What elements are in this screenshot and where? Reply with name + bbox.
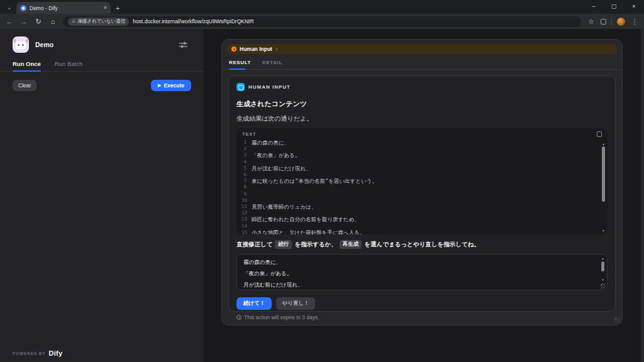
code-line: 14 [242, 223, 596, 229]
result-area: Human Input › RESULT DETAIL HUMAN INPUT … [204, 29, 644, 362]
draft-line: 霧の森の奥に、 [243, 259, 597, 265]
window-close-button[interactable]: × [624, 0, 644, 13]
browser-titlebar: ⌄ Demo - Dify × + – ▢ × [0, 0, 644, 14]
scroll-down-icon[interactable]: ▼ [602, 229, 605, 233]
draft-content: 霧の森の奥に、「夜の泉」がある。月が沈む前にだけ現れ、 [243, 259, 597, 288]
dify-favicon [20, 5, 26, 11]
back-icon[interactable]: ← [5, 18, 14, 25]
scroll-up-icon[interactable]: ▲ [601, 256, 604, 261]
page-scrollbar[interactable] [641, 29, 644, 362]
code-lines[interactable]: 1霧の森の奥に、23「夜の泉」がある。45月が沈む前にだけ現れ、67泉に映ったも… [236, 139, 608, 234]
run-sidebar: Demo Run Once Run Batch Clear ▶ Execute … [0, 29, 204, 362]
edit-textarea[interactable]: 霧の森の奥に、「夜の泉」がある。月が沈む前にだけ現れ、 ▲ ▼ [236, 254, 608, 290]
code-line: 1霧の森の奥に、 [242, 140, 596, 146]
human-input-label: HUMAN INPUT [248, 84, 291, 90]
app-icon [13, 36, 29, 53]
draft-line: 「夜の泉」がある。 [243, 270, 597, 277]
code-scroll-thumb[interactable] [602, 146, 605, 202]
reload-icon[interactable]: ↻ [34, 18, 43, 26]
forward-icon[interactable]: → [19, 18, 28, 25]
result-tabs: RESULT DETAIL [222, 60, 622, 70]
home-icon[interactable]: ⌂ [48, 18, 57, 25]
execute-button[interactable]: ▶ Execute [151, 80, 191, 91]
window-maximize-button[interactable]: ▢ [604, 0, 624, 13]
run-result-panel: Human Input › RESULT DETAIL HUMAN INPUT … [221, 39, 623, 326]
toolbar-divider [611, 18, 612, 25]
bookmark-star-icon[interactable]: ☆ [587, 18, 596, 26]
settings-sliders-icon[interactable] [179, 41, 187, 48]
address-bar[interactable]: ⚠ 保護されていない通信 host.docker.internal/workfl… [63, 16, 581, 27]
redo-button[interactable]: やり直し！ [276, 297, 314, 310]
generated-content-title: 生成されたコンテンツ [236, 99, 608, 109]
human-input-card: HUMAN INPUT 生成されたコンテンツ 生成結果は次の通りだよ。 TEXT… [228, 75, 616, 312]
code-line: 7泉に映ったものは"本当の名前"を思い出すという。 [242, 178, 596, 184]
robot-ear-right [26, 39, 28, 43]
code-line: 10 [242, 197, 596, 204]
generated-content-subtitle: 生成結果は次の通りだよ。 [236, 114, 608, 123]
code-line: 12 [242, 210, 596, 216]
textarea-scroll-thumb[interactable] [601, 261, 604, 272]
browser-toolbar: ← → ↻ ⌂ ⚠ 保護されていない通信 host.docker.interna… [0, 14, 644, 29]
scroll-down-icon[interactable]: ▼ [601, 278, 604, 282]
url-text: host.docker.internal/workflow/zqU9WsRpiD… [133, 18, 253, 25]
panel-resize-handle[interactable] [614, 317, 620, 323]
tab-search-button[interactable]: ⌄ [4, 1, 15, 13]
app-title: Demo [35, 41, 173, 48]
powered-by: POWERED BY Dify [13, 349, 62, 357]
clock-icon [236, 315, 242, 320]
code-scrollbar[interactable]: ▲ ▼ [601, 142, 606, 233]
code-line: 13師匠に奪われた自分の名前を取り戻すため、 [242, 216, 596, 222]
window-minimize-button[interactable]: – [584, 0, 604, 13]
scroll-up-icon[interactable]: ▲ [602, 142, 605, 146]
code-line: 3「夜の泉」がある。 [242, 152, 596, 158]
human-input-icon [236, 83, 245, 91]
clear-button[interactable]: Clear [13, 80, 36, 91]
text-code-block: TEXT 1霧の森の奥に、23「夜の泉」がある。45月が沈む前にだけ現れ、67泉… [236, 128, 608, 234]
code-language-label: TEXT [242, 131, 256, 137]
tab-run-once[interactable]: Run Once [13, 60, 41, 71]
copy-icon[interactable] [597, 131, 602, 137]
tab-result[interactable]: RESULT [229, 60, 251, 69]
chevron-right-icon: › [275, 46, 277, 52]
code-line: 5月が沈む前にだけ現れ、 [242, 165, 596, 172]
code-line: 6 [242, 172, 596, 178]
tab-close-icon[interactable]: × [104, 5, 107, 11]
profile-avatar[interactable] [617, 18, 625, 26]
run-mode-tabs: Run Once Run Batch [0, 60, 204, 72]
code-line: 2 [242, 146, 596, 152]
code-line: 11見習い魔導師のリュカは、 [242, 204, 596, 210]
tab-title: Demo - Dify [30, 5, 101, 11]
regenerate-chip: 再生成 [340, 240, 362, 249]
security-badge[interactable]: ⚠ 保護されていない通信 [68, 18, 129, 26]
node-breadcrumb[interactable]: Human Input › [227, 44, 617, 54]
new-tab-button[interactable]: + [116, 4, 119, 12]
textarea-scrollbar[interactable]: ▲ ▼ [600, 256, 606, 282]
warning-icon: ⚠ [72, 19, 75, 24]
play-icon: ▶ [158, 83, 161, 88]
browser-menu-icon[interactable]: ⋮ [630, 18, 639, 26]
code-line: 4 [242, 159, 596, 165]
continue-chip: 続行 [275, 240, 292, 249]
code-line: 9 [242, 191, 596, 197]
tab-run-batch[interactable]: Run Batch [55, 60, 82, 71]
code-line: 15小さな地図と、欠けた羅針盤を手に森へ入る。 [242, 229, 596, 234]
extensions-icon[interactable] [601, 19, 606, 25]
instruction-text: 直接修正して 続行 を指示するか、 再生成 を選んでまるっとやり直しを指示してね… [236, 240, 608, 249]
code-line: 8 [242, 184, 596, 190]
tab-detail[interactable]: DETAIL [262, 60, 282, 69]
textarea-resize-grip[interactable] [601, 283, 606, 288]
human-input-node-icon [231, 47, 236, 52]
continue-button[interactable]: 続けて！ [236, 297, 272, 310]
browser-tab[interactable]: Demo - Dify × [16, 2, 111, 14]
draft-line: 月が沈む前にだけ現れ、 [243, 282, 597, 288]
robot-icon [16, 41, 26, 49]
expire-note: This action will expire in 3 days. [236, 314, 608, 321]
dify-logo: Dify [48, 349, 62, 357]
